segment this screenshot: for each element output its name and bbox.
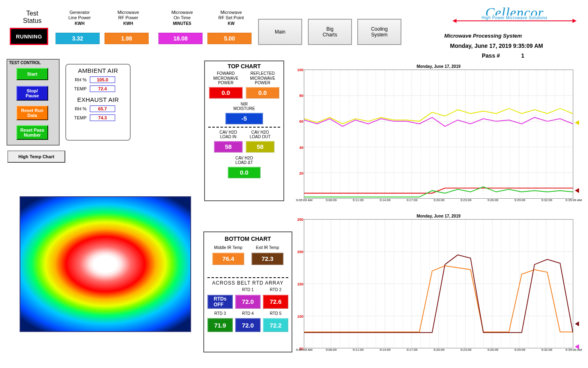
marker-yellow-icon	[575, 120, 579, 125]
stop-pause-button[interactable]: Stop/ Pause	[16, 86, 48, 101]
kpi-rf-value: 1.98	[105, 33, 149, 44]
kpi-rf-units: KWH	[108, 21, 149, 26]
test-control-title: TEST CONTROL	[7, 60, 59, 66]
nav-big-charts-button[interactable]: Big Charts	[308, 19, 352, 45]
cav-out-label: CAV H2O LOAD OUT	[246, 130, 274, 139]
exhaust-rh-value: 65.7	[90, 105, 115, 112]
high-temp-chart-button[interactable]: High Temp Chart	[7, 150, 65, 163]
top-chart-date: Monday, June 17, 2019	[304, 64, 573, 69]
ref-power-label: REFLECTED MICROWAVE POWER	[246, 71, 279, 85]
cav-in-label: CAV H2O LOAD IN	[214, 130, 243, 139]
pass-label: Pass #	[482, 52, 500, 59]
fwd-power-value[interactable]: 0.0	[209, 87, 243, 99]
kpi-rf-title: Microwave RF Power	[108, 10, 149, 20]
kpi-gen-value: 3.32	[56, 33, 100, 44]
pass-value: 1	[521, 52, 524, 59]
rtd3-label: RTD 3	[207, 311, 233, 316]
rtd2-label: RTD 2	[263, 287, 288, 292]
mid-ir-label: Middle IR Temp	[212, 245, 244, 250]
kpi-ontime-title: Microwave On Time	[162, 10, 203, 20]
exhaust-temp-label: TEMP	[69, 115, 87, 120]
rtd5-value[interactable]: 72.2	[263, 318, 288, 332]
system-label: Microwave Processing System	[444, 33, 522, 39]
brand-tagline: High Power Microwave Solutions	[478, 16, 551, 20]
ambient-temp-value: 72.4	[90, 85, 115, 92]
bottom-chart: Monday, June 17, 2019 50100150200250 9:0…	[304, 219, 573, 348]
kpi-ontime-value: 18.08	[158, 33, 203, 44]
start-button[interactable]: Start	[16, 68, 48, 80]
rtd1-label: RTD 1	[235, 287, 261, 292]
thermal-image	[20, 196, 191, 332]
kpi-ontime-units: MINUTES	[162, 21, 203, 26]
bottom-chart-control: BOTTOM CHART Middle IR Temp 76.4 Exit IR…	[203, 231, 292, 352]
cav-in-value[interactable]: 58	[214, 141, 243, 153]
brand-rule	[457, 20, 572, 21]
kpi-gen-units: KWH	[59, 21, 100, 26]
kpi-setpt-units: KW	[211, 21, 252, 26]
kpi-gen-title: Generator Line Power	[59, 10, 100, 20]
cav-dt-value[interactable]: 0.0	[228, 167, 261, 178]
kpi-setpt-value: 5.00	[207, 33, 252, 44]
rtd4-value[interactable]: 72.0	[235, 318, 261, 332]
rtd5-label: RTD 5	[263, 311, 288, 316]
exhaust-air-header: EXHAUST AIR	[69, 96, 127, 103]
rtd1-value[interactable]: 72.0	[235, 295, 261, 309]
exhaust-rh-label: RH %	[69, 106, 87, 111]
nav-main-button[interactable]: Main	[258, 19, 302, 45]
rtds-off-button[interactable]: RTDs OFF	[207, 295, 233, 309]
rtd3-value[interactable]: 71.9	[207, 318, 233, 332]
test-status-title: Test Status	[20, 10, 45, 25]
crosshair-icon	[102, 260, 109, 268]
cav-out-value[interactable]: 58	[246, 141, 274, 153]
top-chart-control: TOP CHART FOWARD MICROWAVE POWER 0.0 REF…	[204, 61, 284, 201]
nav-cooling-button[interactable]: Cooling System	[357, 19, 401, 45]
marker-magenta-icon	[575, 344, 579, 349]
reset-run-data-button[interactable]: Reset Run Data	[16, 105, 48, 120]
rtd-array-header: ACROSS BELT RTD ARRAY	[204, 280, 292, 286]
bottom-chart-date: Monday, June 17, 2019	[304, 214, 573, 218]
reset-pass-button[interactable]: Reset Pass Number	[16, 125, 48, 140]
mid-ir-value[interactable]: 76.4	[212, 253, 244, 265]
fwd-power-label: FOWARD MICROWAVE POWER	[209, 71, 243, 85]
cav-dt-label: CAV H2O LOAD ΔT	[228, 156, 261, 165]
ref-power-value[interactable]: 0.0	[246, 87, 279, 99]
top-chart-title: TOP CHART	[205, 61, 283, 70]
ambient-rh-value: 105.0	[90, 76, 115, 83]
top-chart: Monday, June 17, 2019 20406080100 9:05:0…	[304, 70, 573, 199]
nir-moisture-value[interactable]: -5	[225, 113, 263, 124]
bottom-chart-title: BOTTOM CHART	[204, 232, 292, 242]
ambient-air-header: AMBIENT AIR	[69, 67, 127, 74]
rtd4-label: RTD 4	[235, 311, 261, 316]
marker-brown-icon	[575, 321, 579, 326]
kpi-setpt-title: Microwave RF Set Point	[211, 10, 252, 20]
exit-ir-label: Exit IR Temp	[252, 245, 283, 250]
nir-moisture-label: NIR MOISTURE	[225, 102, 263, 111]
test-status-value: RUNNING	[10, 28, 48, 45]
ambient-rh-label: RH %	[69, 77, 87, 82]
datetime-label: Monday, June 17, 2019 9:35:09 AM	[450, 43, 543, 49]
ambient-temp-label: TEMP	[69, 86, 87, 91]
brand-block: Cellencor High Power Microwave Solutions	[449, 5, 580, 26]
exit-ir-value[interactable]: 72.3	[252, 253, 283, 265]
rtd2-value[interactable]: 72.6	[263, 295, 288, 309]
ambient-air-panel: AMBIENT AIR RH % 105.0 TEMP 72.4 EXHAUST…	[65, 64, 131, 141]
exhaust-temp-value: 74.3	[90, 114, 115, 121]
marker-red-icon	[575, 188, 579, 193]
